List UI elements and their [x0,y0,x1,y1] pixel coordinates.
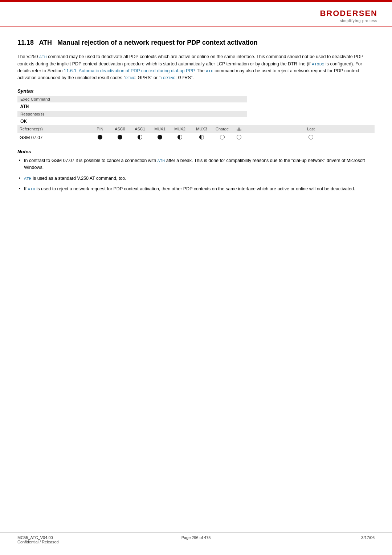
wave-icon [237,135,241,139]
logo-text: BRODERSEN [320,9,377,18]
col-mux1-header: MUX1 [150,125,170,133]
col-charge-header: Charge [213,125,231,133]
section-number: 11.18 [17,39,34,46]
notes-list: In contrast to GSM 07.07 it is possible … [17,157,375,193]
col-wave-header: ⁂ [231,125,247,133]
references-data-row: GSM 07.07 [17,133,375,142]
mux3-cell [190,133,213,142]
ath-note-link[interactable]: ATH [158,158,165,163]
col-pin-header: PIN [90,125,110,133]
charge-cell [213,133,231,142]
mux2-cell [170,133,190,142]
ath-link-1[interactable]: ATH [39,54,47,59]
charge-icon [220,135,225,139]
atd2-link[interactable]: AT&D2 [312,62,324,66]
asc1-icon [138,135,142,139]
last-cell [247,133,375,142]
col-mux2-header: MUX2 [170,125,190,133]
logo-sub: simplifying process [340,19,377,23]
section-command: ATH [39,39,52,46]
note-item-3: If ATH is used to reject a network reque… [17,186,375,193]
section-heading: Manual rejection of a network request fo… [57,39,258,46]
asc0-icon [118,135,122,139]
col-mux3-header: MUX3 [190,125,213,133]
exec-command-value: ATH [17,102,247,111]
ath-note-link-2[interactable]: ATH [24,176,32,181]
col-last-header: Last [247,125,375,133]
responses-value: OK [17,117,247,125]
mux3-icon [199,135,204,139]
pin-cell [90,133,110,142]
mux2-icon [177,135,182,139]
syntax-table: Exec Command ATH Response(s) OK Referenc… [17,96,375,142]
footer-doc-id: MC55_ATC_V04.00 [17,535,136,540]
exec-command-label: Exec Command [17,96,247,102]
ath-link-2[interactable]: ATH [206,69,213,73]
footer-confidential: Confidential / Released [17,540,136,544]
col-asc0-header: ASC0 [110,125,130,133]
wave-cell [231,133,247,142]
references-header-row: Reference(s) PIN ASC0 ASC1 MUX1 MUX2 MUX… [17,125,375,133]
cring-link[interactable]: +CRING [160,76,175,80]
responses-label: Response(s) [17,111,247,117]
body-paragraph: The V.250 ATH command may be used to dea… [17,53,375,82]
exec-command-data-row: ATH [17,102,375,111]
footer: MC55_ATC_V04.00 Confidential / Released … [0,532,392,544]
footer-left: MC55_ATC_V04.00 Confidential / Released [17,535,136,544]
references-label: Reference(s) [17,125,90,133]
mux1-icon [158,135,162,139]
last-icon [309,135,313,139]
footer-center: Page 296 of 475 [136,535,256,544]
pin-icon [98,135,102,139]
syntax-label: Syntax [17,88,375,94]
gsm-label: GSM 07.07 [17,133,90,142]
ath-note-link-3[interactable]: ATH [28,187,35,191]
responses-data-row: OK [17,117,375,125]
note-item-1: In contrast to GSM 07.07 it is possible … [17,157,375,171]
section-title: 11.18 ATH Manual rejection of a network … [17,38,375,47]
ring-link[interactable]: RING [125,76,135,80]
responses-header-row: Response(s) [17,111,375,117]
footer-right: 3/17/06 [256,535,375,544]
asc0-cell [110,133,130,142]
content: 11.18 ATH Manual rejection of a network … [0,27,392,207]
asc1-cell [130,133,150,142]
page: BRODERSEN simplifying process 11.18 ATH … [0,0,392,555]
exec-command-header-row: Exec Command [17,96,375,102]
notes-label: Notes [17,149,375,154]
section-link[interactable]: 11.6.1, Automatic deactivation of PDP co… [64,68,195,73]
mux1-cell [150,133,170,142]
note-item-2: ATH is used as a standard V.250 AT comma… [17,175,375,182]
logo-area: BRODERSEN simplifying process [320,9,377,23]
header: BRODERSEN simplifying process [0,2,392,27]
col-asc1-header: ASC1 [130,125,150,133]
